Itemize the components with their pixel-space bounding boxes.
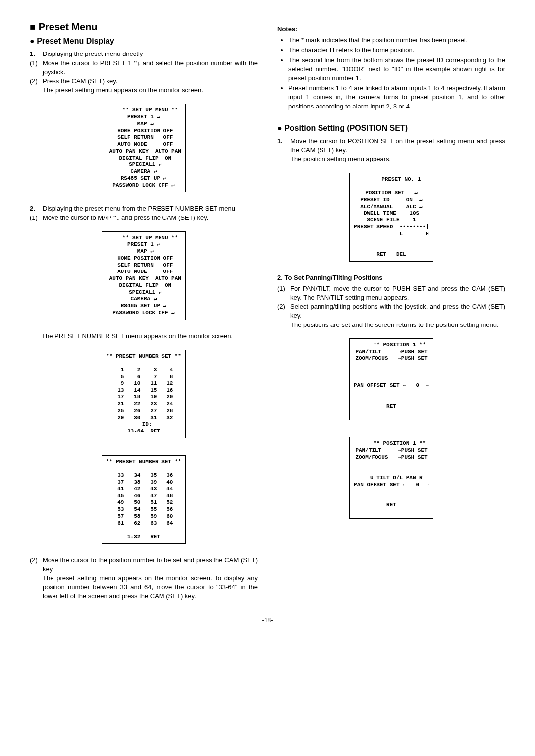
down-arrow-icon: "↓ bbox=[113, 214, 120, 221]
notes-heading: Notes: bbox=[277, 25, 505, 34]
step-number: 1. bbox=[277, 137, 286, 146]
substep-number: (1) bbox=[277, 285, 285, 292]
circle-bullet-icon: ● bbox=[30, 37, 35, 45]
setup-menu-screen-1: ** SET UP MENU ** PRESET 1 ↵ MAP ↵ HOME … bbox=[102, 104, 186, 192]
substep-text: The positions are set and the screen ret… bbox=[290, 321, 505, 329]
left-column: ■ Preset Menu ● Preset Menu Display 1. D… bbox=[30, 20, 258, 601]
substep-text: Press the CAM (SET) key. bbox=[43, 77, 258, 86]
down-arrow-icon: "↓ bbox=[134, 59, 140, 67]
right-column: Notes: The * mark indicates that the pos… bbox=[277, 20, 505, 601]
preset-menu-title: ■ Preset Menu bbox=[30, 20, 258, 34]
substep-text: Move the cursor to the position number t… bbox=[43, 556, 258, 574]
step-text: Move the cursor to POSITION SET on the p… bbox=[290, 137, 505, 155]
note-item: Preset numbers 1 to 4 are linked to alar… bbox=[288, 84, 505, 111]
preset-number-set-screen-1: ** PRESET NUMBER SET ** 1 2 3 4 5 6 7 8 … bbox=[102, 350, 186, 438]
position-setting-heading: ● Position Setting (POSITION SET) bbox=[277, 123, 505, 134]
substep-text: Move the cursor to PRESET 1 "↓ and selec… bbox=[43, 59, 258, 77]
substep-text: For PAN/TILT, move the cursor to PUSH SE… bbox=[290, 284, 505, 302]
substep-text: Move the cursor to MAP "↓ and press the … bbox=[43, 214, 258, 222]
square-bullet-icon: ■ bbox=[30, 21, 36, 32]
position-1-screen-b: ** POSITION 1 ** PAN/TILT →PUSH SET ZOOM… bbox=[349, 437, 433, 519]
preset-no-screen: PRESET NO. 1 POSITION SET ↵ PRESET ID ON… bbox=[349, 173, 433, 262]
step-number: 1. bbox=[30, 50, 39, 58]
substep-text: Select panning/tilting positions with th… bbox=[290, 302, 505, 320]
step-number: 2. bbox=[30, 204, 39, 213]
page-number: -18- bbox=[30, 616, 505, 625]
preset-number-set-screen-2: ** PRESET NUMBER SET ** 33 34 35 36 37 3… bbox=[102, 455, 186, 544]
preset-menu-display-heading: ● Preset Menu Display bbox=[30, 36, 258, 47]
substep-number: (2) bbox=[30, 556, 38, 564]
setup-menu-screen-2: ** SET UP MENU ** PRESET 1 ↵ MAP ↵ HOME … bbox=[102, 231, 186, 320]
notes-list: The * mark indicates that the position n… bbox=[277, 36, 505, 111]
after-screen2-text: The PRESET NUMBER SET menu appears on th… bbox=[30, 332, 258, 341]
pan-tilt-heading: 2. To Set Panning/Tilting Positions bbox=[277, 273, 505, 282]
substep-number: (2) bbox=[277, 303, 285, 310]
position-1-screen-a: ** POSITION 1 ** PAN/TILT →PUSH SET ZOOM… bbox=[349, 338, 433, 420]
note-item: The character H refers to the home posit… bbox=[288, 46, 505, 54]
substep-text: The preset setting menu appears on the m… bbox=[43, 574, 258, 601]
note-item: The * mark indicates that the position n… bbox=[288, 36, 505, 45]
step-text: The position setting menu appears. bbox=[290, 155, 505, 163]
step1-text: Displaying the preset menu directly bbox=[43, 50, 258, 58]
substep-number: (1) bbox=[30, 59, 38, 67]
note-item: The second line from the bottom shows th… bbox=[288, 56, 505, 83]
substep-number: (1) bbox=[30, 214, 38, 221]
substep-number: (2) bbox=[30, 77, 38, 85]
step2-text: Displaying the preset menu from the PRES… bbox=[43, 204, 258, 213]
circle-bullet-icon: ● bbox=[277, 124, 282, 132]
substep-text: The preset setting menu appears on the m… bbox=[43, 86, 258, 95]
